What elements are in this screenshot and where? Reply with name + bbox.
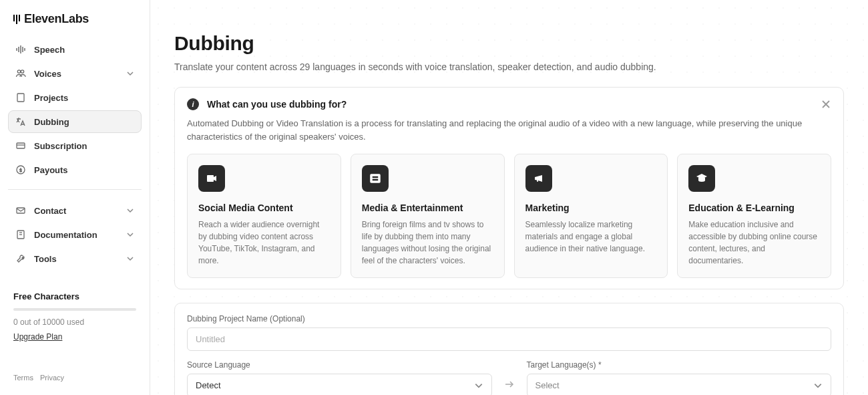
info-card: i What can you use dubbing for? Automate… [174,87,844,289]
svg-rect-8 [17,143,25,148]
sidebar-item-label: Contact [34,206,118,216]
svg-rect-7 [17,94,24,102]
sidebar-item-label: Documentation [34,230,118,240]
sidebar-item-label: Speech [34,45,134,55]
people-icon [15,68,26,79]
project-name-input[interactable] [187,327,831,351]
wrench-icon [15,253,26,264]
sidebar-item-dubbing[interactable]: Dubbing [8,110,142,133]
megaphone-icon [525,165,552,192]
arrow-right-icon [501,372,517,395]
usage-section: Free Characters 0 out of 10000 used Upgr… [8,291,142,342]
logo: ElevenLabs [8,12,142,26]
main-content: Dubbing Translate your content across 29… [150,0,868,395]
sidebar-item-voices[interactable]: Voices [8,62,142,85]
usecase-desc: Reach a wider audience overnight by dubb… [198,219,330,267]
graduation-icon [688,165,715,192]
document-icon [15,92,26,103]
sidebar-item-payouts[interactable]: Payouts [8,158,142,181]
usecase-title: Social Media Content [198,203,330,213]
usecase-title: Education & E-Learning [688,203,820,213]
page-subtitle: Translate your content across 29 languag… [174,61,844,72]
usage-text: 0 out of 10000 used [13,317,136,327]
usage-title: Free Characters [13,291,136,301]
sidebar-item-label: Subscription [34,141,134,151]
upgrade-plan-link[interactable]: Upgrade Plan [13,332,136,342]
chevron-down-icon [126,70,134,78]
sidebar-item-label: Voices [34,69,118,79]
target-language-label: Target Language(s) * [527,360,832,370]
source-language-label: Source Language [187,360,492,370]
sidebar-item-subscription[interactable]: Subscription [8,134,142,157]
dollar-icon [15,164,26,175]
sidebar-item-contact[interactable]: Contact [8,199,142,222]
svg-point-5 [17,70,20,73]
info-title: What can you use dubbing for? [207,99,813,110]
video-icon [198,165,225,192]
target-language-select[interactable]: Select [527,374,832,395]
usecase-desc: Seamlessly localize marketing materials … [525,219,657,255]
chevron-down-icon [126,255,134,263]
film-icon [362,165,389,192]
usecase-title: Marketing [525,203,657,213]
page-title: Dubbing [174,32,844,55]
sidebar-item-projects[interactable]: Projects [8,86,142,109]
sidebar-item-label: Payouts [34,165,134,175]
usecase-title: Media & Entertainment [362,203,493,213]
logo-mark [13,15,20,24]
footer-links: Terms Privacy [8,368,142,387]
chevron-down-icon [126,231,134,239]
sidebar-item-label: Dubbing [34,117,134,127]
source-language-select[interactable]: Detect [187,374,492,395]
divider [8,189,142,190]
svg-marker-18 [214,176,216,181]
usecase-card-education: Education & E-Learning Make education in… [677,154,831,278]
info-description: Automated Dubbing or Video Translation i… [187,117,831,143]
sidebar-item-tools[interactable]: Tools [8,247,142,270]
mail-icon [15,205,26,216]
privacy-link[interactable]: Privacy [40,374,64,382]
chevron-down-icon [126,207,134,215]
terms-link[interactable]: Terms [13,374,33,382]
sidebar-item-label: Projects [34,93,134,103]
usecase-card-marketing: Marketing Seamlessly localize marketing … [514,154,668,278]
sidebar-item-documentation[interactable]: Documentation [8,223,142,246]
sidebar-item-speech[interactable]: Speech [8,38,142,61]
usecase-card-media: Media & Entertainment Bring foreign film… [351,154,505,278]
translate-icon [15,116,26,127]
usecase-desc: Bring foreign films and tv shows to life… [362,219,493,267]
chevron-down-icon [813,381,823,390]
svg-rect-17 [207,175,214,182]
svg-point-6 [21,70,23,73]
usage-progress-bar [13,308,136,311]
waveform-icon [15,44,26,55]
sidebar-item-label: Tools [34,254,118,264]
dubbing-form: Dubbing Project Name (Optional) Source L… [174,303,844,395]
book-icon [15,229,26,240]
usecase-desc: Make education inclusive and accessible … [688,219,820,267]
chevron-down-icon [474,381,483,390]
card-icon [15,140,26,151]
usecase-card-social: Social Media Content Reach a wider audie… [187,154,341,278]
project-name-label: Dubbing Project Name (Optional) [187,314,831,323]
info-icon: i [187,98,199,110]
svg-rect-11 [17,208,25,213]
close-icon[interactable] [821,99,831,110]
sidebar: ElevenLabs Speech Voices Projects Dubbin… [0,0,150,395]
